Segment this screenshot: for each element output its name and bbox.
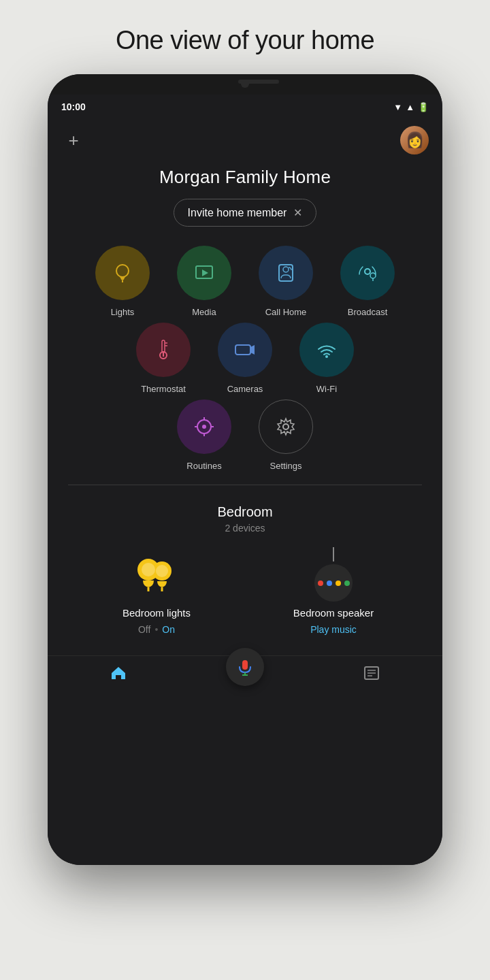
routines-circle xyxy=(177,399,231,454)
svg-point-24 xyxy=(283,424,289,429)
status-bar: 10:00 ▼ ▲ 🔋 xyxy=(48,95,442,116)
status-icons: ▼ ▲ 🔋 xyxy=(393,102,429,112)
grid-section: Lights Media xyxy=(48,243,442,471)
grid-row-3: Routines Settings xyxy=(61,399,429,471)
callhome-label: Call Home xyxy=(265,307,307,317)
grid-item-callhome[interactable]: Call Home xyxy=(252,246,320,317)
svg-point-29 xyxy=(142,563,155,576)
section-divider xyxy=(68,485,422,485)
svg-point-8 xyxy=(370,273,376,278)
grid-item-wifi[interactable]: Wi-Fi xyxy=(293,323,361,394)
bedroom-subtitle: 2 devices xyxy=(61,523,429,534)
dot-blue xyxy=(327,581,332,586)
page-title: One view of your home xyxy=(88,0,402,74)
dot-yellow xyxy=(336,581,341,586)
dot-green xyxy=(344,581,350,586)
bedroom-section: Bedroom 2 devices xyxy=(48,499,442,635)
thermostat-label: Thermostat xyxy=(141,384,186,394)
thermostat-circle xyxy=(136,323,191,377)
svg-rect-15 xyxy=(235,345,250,355)
status-time: 10:00 xyxy=(61,101,86,112)
broadcast-circle xyxy=(340,246,395,300)
grid-item-broadcast[interactable]: Broadcast xyxy=(333,246,402,317)
status-dot: • xyxy=(154,624,158,635)
invite-close-icon[interactable]: ✕ xyxy=(293,206,302,219)
svg-point-7 xyxy=(365,269,370,274)
nav-list-button[interactable] xyxy=(363,664,380,682)
speaker-dots xyxy=(318,581,350,586)
bedroom-lights-name: Bedroom lights xyxy=(122,607,191,619)
grid-item-media[interactable]: Media xyxy=(170,246,238,317)
wifi-label: Wi-Fi xyxy=(316,384,337,394)
grid-item-lights[interactable]: Lights xyxy=(88,246,157,317)
speaker-pole xyxy=(333,547,334,561)
grid-item-thermostat[interactable]: Thermostat xyxy=(129,323,197,394)
svg-rect-35 xyxy=(242,660,248,670)
media-label: Media xyxy=(192,307,216,317)
lights-label: Lights xyxy=(111,307,135,317)
bedroom-speaker-icon xyxy=(306,547,361,602)
wifi-status-icon: ▼ xyxy=(393,102,402,112)
bedroom-speaker-card[interactable]: Bedroom speaker Play music xyxy=(265,547,402,635)
svg-point-19 xyxy=(202,425,206,429)
app-content: + 👩 Morgan Family Home Invite home membe… xyxy=(48,116,442,865)
device-row: Bedroom lights Off • On xyxy=(61,547,429,635)
svg-point-6 xyxy=(283,267,289,272)
add-button[interactable]: + xyxy=(61,128,86,152)
media-circle xyxy=(177,246,231,300)
broadcast-label: Broadcast xyxy=(348,307,388,317)
grid-item-cameras[interactable]: Cameras xyxy=(211,323,279,394)
speaker-body xyxy=(314,564,353,602)
svg-rect-10 xyxy=(162,340,165,353)
avatar[interactable]: 👩 xyxy=(400,126,429,154)
grid-row-2: Thermostat Cameras xyxy=(61,323,429,394)
home-title: Morgan Family Home xyxy=(48,164,442,199)
wifi-circle xyxy=(299,323,354,377)
bedroom-lights-status: Off • On xyxy=(138,624,175,635)
phone-frame: 10:00 ▼ ▲ 🔋 + 👩 Morgan Family Home Invit… xyxy=(48,74,442,865)
nav-home-button[interactable] xyxy=(110,664,127,682)
phone-top xyxy=(48,74,442,95)
invite-text: Invite home member xyxy=(188,207,287,219)
grid-item-routines[interactable]: Routines xyxy=(170,399,238,471)
bedroom-speaker-name: Bedroom speaker xyxy=(293,607,374,619)
settings-circle xyxy=(259,399,313,454)
bedroom-lights-card[interactable]: Bedroom lights Off • On xyxy=(88,547,225,635)
svg-marker-4 xyxy=(202,270,208,276)
routines-label: Routines xyxy=(186,461,221,471)
settings-label: Settings xyxy=(270,461,302,471)
status-on-text: On xyxy=(162,624,175,635)
lights-circle xyxy=(95,246,150,300)
bedroom-lights-icon xyxy=(129,547,184,602)
svg-point-17 xyxy=(325,355,328,358)
svg-point-30 xyxy=(156,565,168,577)
callhome-circle xyxy=(259,246,313,300)
cameras-label: Cameras xyxy=(227,384,263,394)
grid-row-1: Lights Media xyxy=(61,246,429,317)
svg-point-0 xyxy=(116,265,129,277)
battery-icon: 🔋 xyxy=(418,102,429,112)
grid-item-settings[interactable]: Settings xyxy=(252,399,320,471)
phone-speaker xyxy=(238,80,279,84)
status-off-text: Off xyxy=(138,624,150,635)
mic-fab-button[interactable] xyxy=(226,648,264,686)
avatar-image: 👩 xyxy=(406,131,424,149)
bottom-nav xyxy=(48,655,442,693)
bedroom-title: Bedroom xyxy=(61,504,429,520)
dot-red xyxy=(318,581,323,586)
cameras-circle xyxy=(218,323,272,377)
invite-pill[interactable]: Invite home member ✕ xyxy=(174,199,317,227)
signal-icon: ▲ xyxy=(406,102,414,112)
play-music-link[interactable]: Play music xyxy=(310,624,357,635)
top-bar: + 👩 xyxy=(48,116,442,164)
